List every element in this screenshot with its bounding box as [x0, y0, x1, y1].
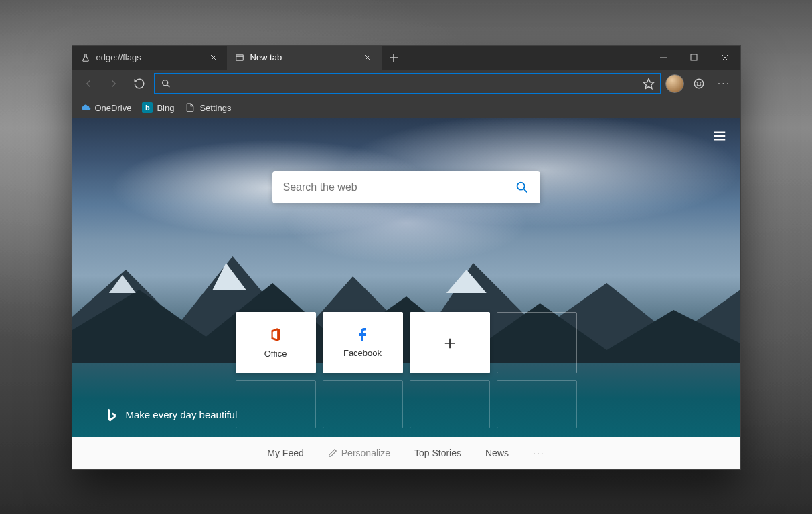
svg-point-5	[697, 82, 698, 83]
feed-label: Personalize	[341, 448, 390, 458]
tagline-text: Make every day beautiful	[126, 409, 238, 420]
feedback-smiley-icon[interactable]	[688, 73, 710, 94]
svg-point-4	[694, 79, 704, 88]
page-icon	[185, 102, 195, 113]
svg-rect-0	[236, 54, 243, 60]
close-window-button[interactable]	[710, 46, 740, 70]
feed-myfeed[interactable]: My Feed	[267, 448, 303, 458]
settings-more-button[interactable]: ···	[714, 73, 735, 94]
favorite-label: Bing	[157, 103, 174, 113]
web-search-box[interactable]	[272, 171, 540, 203]
favorite-settings[interactable]: Settings	[185, 102, 231, 113]
toolbar: ···	[72, 70, 740, 98]
favorite-onedrive[interactable]: OneDrive	[80, 102, 132, 113]
feed-news[interactable]: News	[485, 448, 509, 458]
favorite-star-icon[interactable]	[643, 78, 655, 90]
feed-label: My Feed	[267, 448, 303, 458]
web-search-input[interactable]	[283, 181, 515, 193]
newtab-icon	[234, 52, 245, 63]
bing-tagline: Make every day beautiful	[106, 408, 238, 422]
tile-reflection	[323, 380, 403, 428]
tab-newtab[interactable]: New tab	[228, 46, 382, 70]
tab-flags[interactable]: edge://flags	[74, 46, 228, 70]
tile-office[interactable]: Office	[236, 312, 316, 373]
feed-more-button[interactable]: ···	[533, 448, 545, 458]
tab-close-button[interactable]	[207, 51, 220, 64]
top-sites-grid: Office Facebook ＋	[236, 312, 577, 428]
onedrive-icon	[80, 102, 91, 113]
forward-button[interactable]	[103, 73, 125, 94]
tab-strip: edge://flags New tab	[72, 46, 740, 70]
svg-point-6	[700, 82, 700, 83]
tile-facebook[interactable]: Facebook	[323, 312, 403, 373]
tile-reflection	[410, 380, 490, 428]
feed-bar: My Feed Personalize Top Stories News ···	[72, 437, 740, 469]
tab-title: edge://flags	[96, 52, 141, 62]
search-icon[interactable]	[515, 180, 530, 195]
svg-point-12	[517, 182, 524, 189]
address-bar[interactable]	[154, 73, 661, 94]
tile-label: Facebook	[343, 348, 382, 358]
search-icon	[161, 78, 171, 89]
tab-close-button[interactable]	[361, 51, 374, 64]
tile-empty[interactable]	[497, 312, 577, 373]
feed-label: Top Stories	[414, 448, 461, 458]
page-menu-button[interactable]	[712, 128, 727, 143]
favorite-bing[interactable]: b Bing	[142, 102, 174, 113]
tile-reflection	[497, 380, 577, 428]
feed-personalize[interactable]: Personalize	[328, 448, 390, 458]
back-button[interactable]	[78, 73, 99, 94]
feed-label: News	[485, 448, 509, 458]
flask-icon	[80, 52, 91, 63]
minimize-button[interactable]	[648, 46, 679, 70]
svg-marker-3	[643, 78, 653, 88]
tile-reflection	[236, 380, 316, 428]
pencil-icon	[328, 448, 337, 458]
svg-point-2	[162, 80, 167, 85]
browser-window: edge://flags New tab	[72, 45, 741, 470]
refresh-button[interactable]	[129, 73, 150, 94]
address-input[interactable]	[177, 78, 637, 89]
tile-add[interactable]: ＋	[410, 312, 490, 373]
svg-rect-1	[691, 54, 697, 60]
newtab-page: Office Facebook ＋ Make every day beautif…	[72, 118, 740, 469]
favorites-bar: OneDrive b Bing Settings	[72, 98, 740, 118]
office-icon	[267, 326, 285, 343]
tile-label: Office	[264, 349, 287, 359]
favorite-label: OneDrive	[95, 103, 132, 113]
profile-avatar[interactable]	[665, 74, 684, 93]
facebook-icon	[355, 327, 371, 343]
tab-title: New tab	[250, 52, 282, 62]
maximize-button[interactable]	[679, 46, 710, 70]
feed-topstories[interactable]: Top Stories	[414, 448, 461, 458]
new-tab-button[interactable]	[382, 46, 406, 70]
favorite-label: Settings	[199, 103, 231, 113]
bing-logo-icon	[106, 408, 118, 422]
window-controls	[648, 46, 740, 70]
plus-icon: ＋	[440, 330, 459, 355]
bing-icon: b	[142, 102, 153, 113]
